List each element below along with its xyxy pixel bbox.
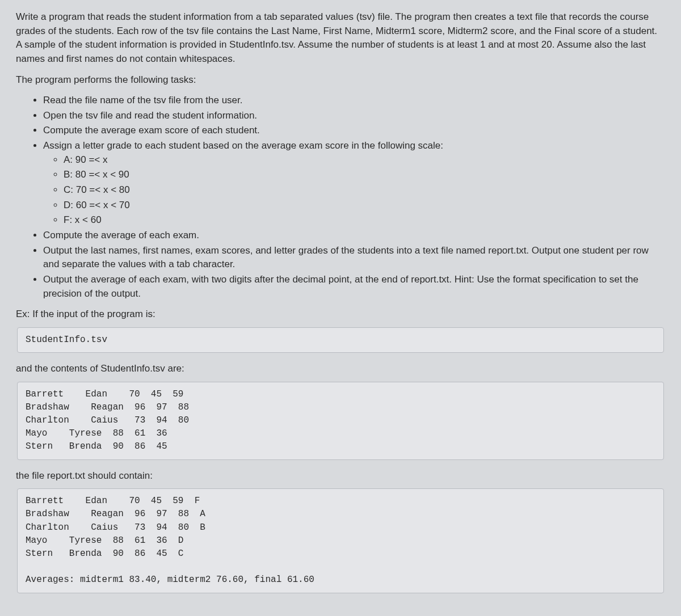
task-item-label: Assign a letter grade to each student ba… [43, 140, 443, 151]
tasks-list: Read the file name of the tsv file from … [16, 94, 665, 301]
task-item: Compute the average exam score of each s… [43, 124, 665, 138]
grade-scale-item: A: 90 =< x [64, 153, 665, 167]
tasks-intro: The program performs the following tasks… [16, 73, 665, 87]
task-item: Compute the average of each exam. [43, 229, 665, 243]
grade-scale-item: C: 70 =< x < 80 [64, 183, 665, 197]
contents-label: and the contents of StudentInfo.tsv are: [16, 362, 665, 376]
grade-scale-item: F: x < 60 [64, 213, 665, 227]
task-item: Output the last names, first names, exam… [43, 244, 665, 272]
code-block-tsv-contents: Barrett Edan 70 45 59 Bradshaw Reagan 96… [17, 382, 664, 460]
grade-scale-item: D: 60 =< x < 70 [64, 199, 665, 213]
code-block-input: StudentInfo.tsv [17, 327, 664, 353]
code-block-report-output: Barrett Edan 70 45 59 F Bradshaw Reagan … [17, 488, 664, 593]
report-label: the file report.txt should contain: [16, 469, 665, 483]
task-item: Output the average of each exam, with tw… [43, 273, 665, 301]
example-input-label: Ex: If the input of the program is: [16, 307, 665, 322]
task-item: Read the file name of the tsv file from … [43, 94, 665, 108]
task-item: Open the tsv file and read the student i… [43, 109, 665, 123]
grade-scale-list: A: 90 =< x B: 80 =< x < 90 C: 70 =< x < … [43, 153, 665, 227]
intro-paragraph: Write a program that reads the student i… [16, 10, 665, 66]
task-item: Assign a letter grade to each student ba… [43, 139, 665, 227]
grade-scale-item: B: 80 =< x < 90 [64, 168, 665, 182]
